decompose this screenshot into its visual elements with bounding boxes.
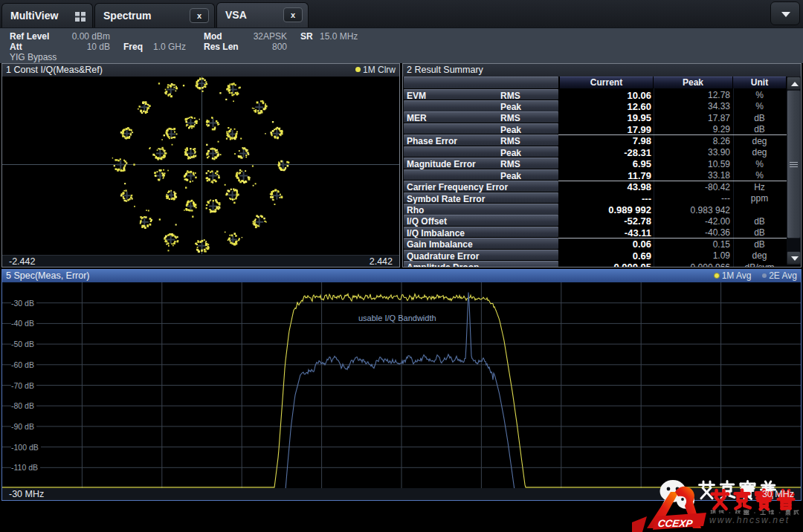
result-row-label[interactable]: Rho	[404, 204, 558, 215]
constellation-point	[198, 241, 199, 242]
constellation-point	[206, 172, 207, 174]
att-value[interactable]: 10 dB	[45, 42, 110, 52]
constellation-point	[211, 117, 213, 119]
constellation-point	[174, 87, 175, 88]
result-column-header-unit[interactable]: Unit	[733, 77, 786, 88]
constellation-point	[174, 236, 175, 237]
result-current-value: -28.31	[561, 147, 651, 158]
scroll-down-button[interactable]	[787, 251, 801, 265]
result-row-label[interactable]: Magnitude ErrorRMS	[404, 158, 558, 169]
result-column-header-peak[interactable]: Peak	[654, 77, 732, 88]
result-row-label[interactable]: EVMRMS	[404, 89, 558, 100]
constellation-point	[158, 179, 161, 181]
tab-spectrum[interactable]: Spectrum x	[94, 3, 215, 27]
constellation-point	[225, 232, 226, 233]
constellation-point	[175, 224, 177, 225]
constellation-point	[190, 181, 191, 182]
sr-value[interactable]: 15.0 MHz	[320, 31, 358, 42]
constellation-point	[195, 172, 196, 174]
result-row-label[interactable]: Symbol Rate Error	[404, 192, 558, 204]
freq-value[interactable]: 1.0 GHz	[153, 42, 186, 52]
constellation-point	[217, 153, 219, 155]
window-constellation: 1 Const I/Q(Meas&Ref) 1M Clrw -2.442 2.4…	[1, 63, 400, 267]
mod-value[interactable]: 32APSK	[223, 31, 287, 42]
constellation-point	[228, 85, 230, 88]
result-peak-value: 0.983 942	[654, 205, 730, 215]
result-row-label[interactable]: Phase ErrorRMS	[404, 134, 558, 146]
constellation-plot[interactable]	[2, 77, 399, 254]
result-peak-value: 0.000 966	[654, 262, 730, 267]
constellation-point	[265, 106, 268, 108]
constellation-point	[187, 156, 189, 158]
watermark-url: www.hncsw.net	[709, 515, 790, 525]
sr-label: SR	[300, 31, 313, 42]
result-scrollbar[interactable]	[787, 77, 801, 265]
mod-label: Mod	[204, 31, 222, 42]
constellation-point	[265, 103, 266, 105]
close-tab-vsa-button[interactable]: x	[283, 7, 303, 22]
result-row-label[interactable]: Peak	[404, 146, 558, 158]
constellation-point	[129, 129, 131, 131]
constellation-point	[155, 172, 157, 174]
constellation-point	[233, 100, 234, 102]
window-spectrum-legend[interactable]: 1M Avg 2E Avg	[714, 270, 797, 282]
result-column-header-current[interactable]: Current	[560, 77, 653, 88]
window-result-summary-title[interactable]: 2 Result Summary	[403, 64, 801, 77]
window-constellation-title[interactable]: 1 Const I/Q(Meas&Ref)	[2, 64, 399, 77]
constellation-point	[277, 137, 279, 139]
constellation-point	[195, 155, 196, 157]
result-row-label[interactable]: Quadrature Error	[404, 250, 558, 261]
constellation-point	[146, 210, 147, 211]
result-row-label[interactable]: Peak	[404, 100, 558, 111]
result-unit-value: %	[734, 170, 785, 181]
window-constellation-footer: -2.442 2.442	[2, 255, 399, 267]
constellation-point	[192, 181, 193, 182]
constellation-point	[123, 196, 124, 198]
constellation-point	[263, 218, 265, 220]
constellation-point	[272, 190, 274, 192]
constellation-point	[216, 210, 217, 212]
constellation-point	[177, 240, 178, 241]
tab-overflow-menu-button[interactable]	[770, 1, 800, 25]
constellation-point	[115, 159, 117, 161]
result-row-label[interactable]: Gain Imbalance	[404, 238, 558, 249]
constellation-point	[215, 172, 216, 174]
constellation-point	[280, 130, 283, 132]
result-row-label[interactable]: Amplitude Droop	[404, 261, 558, 267]
result-current-value: 7.98	[561, 135, 651, 146]
constellation-point	[126, 162, 127, 163]
result-row-subname: Peak	[500, 171, 521, 181]
constellation-point	[252, 166, 254, 167]
constellation-point	[226, 131, 228, 132]
result-row-label[interactable]: I/Q Imbalance	[404, 227, 558, 238]
constellation-point	[189, 126, 190, 128]
result-row-label[interactable]: Peak	[404, 123, 558, 134]
constellation-point	[157, 171, 158, 172]
constellation-point	[235, 84, 236, 85]
window-spectrum-title[interactable]: 5 Spec(Meas, Error)	[2, 270, 801, 282]
tab-multiview[interactable]: MultiView	[1, 3, 93, 27]
ref-level-value[interactable]: 0.00 dBm	[45, 31, 110, 42]
result-row-label[interactable]: Carrier Frequency Error	[404, 181, 558, 192]
constellation-point	[207, 244, 209, 245]
close-tab-spectrum-button[interactable]: x	[190, 8, 209, 23]
constellation-point	[123, 129, 126, 131]
result-row-label[interactable]: Peak	[404, 169, 558, 181]
result-row-label[interactable]: I/Q Offset	[404, 215, 558, 226]
result-row-name: Symbol Rate Error	[407, 194, 485, 204]
scroll-up-button[interactable]	[787, 77, 801, 90]
res-len-value[interactable]: 800	[223, 42, 287, 52]
spectrum-plot[interactable]: usable I/Q Bandwidth -30 dB-40 dB-50 dB-…	[2, 282, 801, 488]
constellation-svg	[2, 77, 399, 254]
result-row-label[interactable]: MERRMS	[404, 111, 558, 123]
constellation-point	[234, 153, 236, 155]
constellation-point	[255, 226, 257, 228]
constellation-point	[277, 191, 280, 193]
window-constellation-legend[interactable]: 1M Clrw	[355, 64, 396, 77]
scroll-thumb[interactable]	[787, 90, 801, 239]
tab-vsa[interactable]: VSA x	[216, 2, 309, 27]
result-row-name: Carrier Frequency Error	[407, 182, 508, 192]
constellation-point	[206, 124, 207, 126]
constellation-point	[231, 94, 233, 97]
constellation-point	[214, 179, 216, 181]
